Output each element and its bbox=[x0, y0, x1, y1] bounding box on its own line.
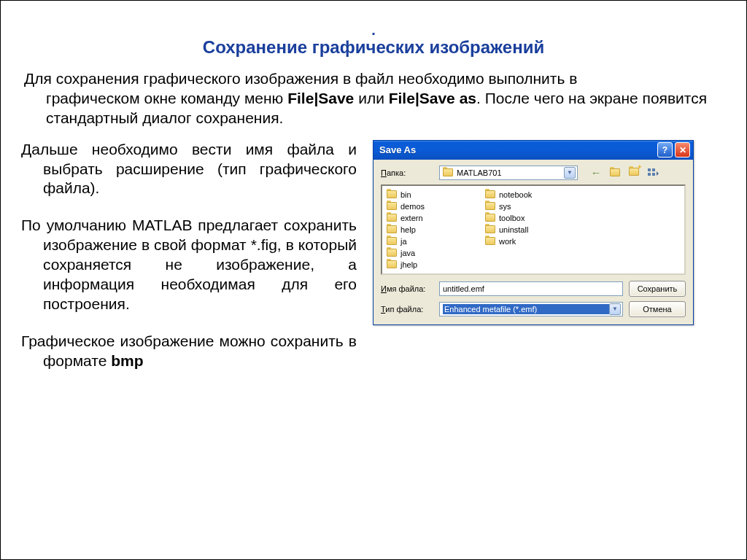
folder-icon bbox=[387, 249, 397, 257]
cancel-button[interactable]: Отмена bbox=[629, 301, 686, 317]
folder-name: jhelp bbox=[400, 260, 417, 269]
view-mode-button[interactable] bbox=[645, 166, 661, 180]
list-item[interactable]: notebook bbox=[485, 189, 554, 201]
folder-icon bbox=[485, 214, 495, 222]
folder-icon bbox=[387, 214, 397, 222]
dialog-title: Save As bbox=[379, 144, 655, 155]
left-p3-text: Графическое изображение можно сохранить … bbox=[21, 332, 357, 369]
left-paragraph-3: Графическое изображение можно сохранить … bbox=[21, 332, 357, 371]
intro-bold-1: File|Save bbox=[287, 90, 354, 106]
svg-rect-3 bbox=[652, 173, 655, 176]
back-button[interactable]: ← bbox=[588, 166, 604, 180]
filename-label: Имя файла: bbox=[381, 284, 433, 293]
save-button[interactable]: Сохранить bbox=[629, 281, 686, 297]
file-list[interactable]: bin demos extern help ja java jhelp note… bbox=[381, 184, 686, 275]
folder-name: work bbox=[499, 237, 516, 246]
folder-icon bbox=[443, 168, 453, 176]
filetype-combo[interactable]: Enhanced metafile (*.emf) ▼ bbox=[439, 302, 623, 316]
arrow-left-icon: ← bbox=[591, 166, 602, 179]
left-p3-bold: bmp bbox=[111, 352, 143, 369]
list-item[interactable]: demos bbox=[387, 201, 456, 212]
list-item[interactable]: ja bbox=[387, 236, 456, 247]
filename-input[interactable]: untitled.emf bbox=[439, 281, 623, 296]
svg-rect-0 bbox=[648, 168, 651, 171]
folder-icon bbox=[387, 237, 397, 245]
svg-rect-2 bbox=[648, 173, 651, 176]
folder-combo[interactable]: MATLAB701 ▼ bbox=[439, 166, 578, 180]
intro-paragraph: Для сохранения графического изображения … bbox=[21, 69, 726, 133]
folder-name: extern bbox=[400, 214, 423, 222]
folder-label: Папка: bbox=[381, 168, 433, 177]
folder-icon bbox=[387, 190, 397, 198]
folder-name: java bbox=[400, 249, 415, 257]
up-one-level-button[interactable] bbox=[607, 166, 623, 180]
filename-value: untitled.emf bbox=[443, 284, 484, 293]
folder-name: sys bbox=[499, 202, 511, 211]
folder-name: demos bbox=[400, 202, 425, 211]
filetype-label: Тип файла: bbox=[381, 305, 433, 314]
folder-name: uninstall bbox=[499, 225, 528, 234]
list-item[interactable]: uninstall bbox=[485, 224, 554, 236]
list-item[interactable]: java bbox=[387, 247, 456, 259]
left-paragraph-1: Дальше необходимо вести имя файла и выбр… bbox=[21, 140, 357, 199]
chevron-down-icon[interactable]: ▼ bbox=[609, 303, 621, 315]
folder-icon bbox=[387, 260, 397, 268]
folder-name: notebook bbox=[499, 190, 532, 199]
intro-bold-2: File|Save as bbox=[389, 90, 476, 106]
folder-combo-text: MATLAB701 bbox=[457, 168, 564, 177]
close-button[interactable]: ✕ bbox=[675, 142, 690, 158]
left-paragraph-2: По умолчанию MATLAB предлагает сохранить… bbox=[21, 216, 357, 314]
list-item[interactable]: toolbox bbox=[485, 212, 554, 224]
list-item[interactable]: jhelp bbox=[387, 259, 456, 271]
folder-icon bbox=[485, 237, 495, 245]
folder-name: bin bbox=[400, 190, 411, 199]
chevron-down-icon[interactable]: ▼ bbox=[564, 167, 576, 179]
folder-name: ja bbox=[400, 237, 407, 246]
intro-text-1: Для сохранения графического изображения … bbox=[24, 70, 577, 87]
folder-icon bbox=[485, 225, 495, 233]
list-item[interactable]: help bbox=[387, 224, 456, 236]
folder-name: toolbox bbox=[499, 214, 525, 222]
left-column: Дальше необходимо вести имя файла и выбр… bbox=[21, 140, 357, 389]
list-item[interactable]: sys bbox=[485, 201, 554, 212]
filetype-value: Enhanced metafile (*.emf) bbox=[443, 304, 609, 314]
list-item[interactable]: bin bbox=[387, 189, 456, 201]
folder-icon bbox=[387, 225, 397, 233]
folder-icon bbox=[485, 190, 495, 198]
help-button[interactable]: ? bbox=[657, 142, 673, 158]
titlebar[interactable]: Save As ? ✕ bbox=[374, 141, 693, 160]
intro-text-2b: или bbox=[354, 90, 388, 106]
new-folder-button[interactable]: ✦ bbox=[626, 166, 642, 180]
list-item[interactable]: work bbox=[485, 236, 554, 247]
save-as-dialog: Save As ? ✕ Папка: MATLAB701 ▼ ← bbox=[373, 140, 694, 325]
folder-icon bbox=[610, 168, 620, 176]
view-grid-icon bbox=[647, 168, 659, 178]
svg-rect-1 bbox=[652, 168, 655, 171]
folder-icon bbox=[485, 202, 495, 210]
new-folder-icon: ✦ bbox=[629, 168, 639, 177]
folder-icon bbox=[387, 202, 397, 210]
intro-text-2a: графическом окне команду меню bbox=[46, 90, 287, 106]
page-title: Сохранение графических изображений bbox=[21, 37, 726, 58]
list-item[interactable]: extern bbox=[387, 212, 456, 224]
folder-name: help bbox=[400, 225, 416, 234]
decorative-dot: . bbox=[21, 17, 726, 33]
